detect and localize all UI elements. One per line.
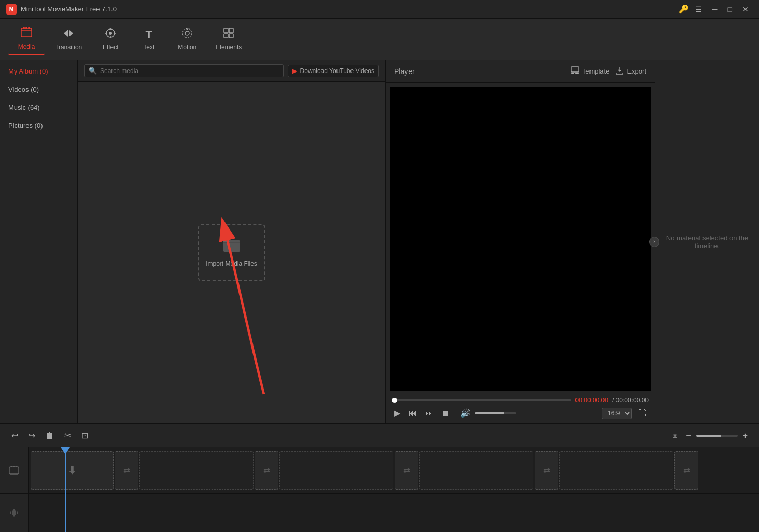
toolbar-text[interactable]: T Text	[131, 24, 167, 55]
sidebar-item-pictures[interactable]: Pictures (0)	[0, 117, 77, 135]
timeline-tracks-label	[0, 447, 29, 532]
video-clip-0[interactable]: ⬇	[31, 451, 114, 490]
transition-clip-4[interactable]: ⇄	[535, 451, 558, 490]
transition-icon-tl3: ⇄	[403, 465, 410, 475]
close-button[interactable]: ✕	[738, 3, 753, 16]
download-youtube-label: Download YouTube Videos	[300, 67, 374, 75]
crop-button[interactable]: ⊡	[78, 428, 91, 442]
svg-rect-13	[224, 28, 228, 33]
progress-bar-thumb	[392, 398, 397, 403]
timeline-toolbar: ↩ ↪ 🗑 ✂ ⊡ ⊞ − +	[0, 424, 759, 447]
elements-label: Elements	[216, 44, 242, 51]
transition-clip-3[interactable]: ⇄	[395, 451, 418, 490]
svg-rect-22	[575, 73, 579, 74]
media-toolbar: 🔍 ▶ Download YouTube Videos	[78, 60, 385, 82]
main-toolbar: Media Transition Effect T Text	[0, 19, 759, 60]
title-bar: M MiniTool MovieMaker Free 7.1.0 🔑 ☰ ─ □…	[0, 0, 759, 19]
volume-slider[interactable]	[475, 412, 516, 414]
zoom-in-button[interactable]: +	[740, 429, 751, 442]
transition-icon-tl: ⇄	[123, 465, 130, 475]
svg-rect-23	[9, 467, 19, 474]
zoom-slider[interactable]	[696, 435, 738, 437]
toolbar-elements[interactable]: Elements	[207, 23, 250, 55]
toolbar-transition[interactable]: Transition	[47, 23, 90, 55]
volume-button[interactable]: 🔊	[458, 407, 473, 419]
folder-icon	[223, 238, 241, 256]
text-label: Text	[143, 44, 154, 51]
title-bar-left: M MiniTool MovieMaker Free 7.1.0	[6, 4, 117, 15]
transition-icon	[63, 27, 74, 41]
transition-clip-5[interactable]: ⇄	[674, 451, 698, 490]
import-media-box[interactable]: Import Media Files	[198, 224, 265, 281]
empty-clip-1	[139, 451, 254, 490]
search-input-wrap[interactable]: 🔍	[84, 64, 284, 77]
player-actions: Template Export	[571, 66, 646, 76]
redo-button[interactable]: ↪	[25, 428, 38, 442]
skip-back-button[interactable]: ⏮	[406, 408, 419, 419]
menu-button[interactable]: ☰	[691, 3, 706, 16]
right-panel: › No material selected on the timeline.	[655, 60, 759, 423]
audio-track-label	[0, 494, 28, 532]
export-button[interactable]: Export	[615, 66, 646, 76]
transition-icon-tl2: ⇄	[263, 465, 270, 475]
toolbar-effect[interactable]: Effect	[92, 23, 129, 55]
empty-clip-2	[279, 451, 393, 490]
progress-bar[interactable]	[392, 399, 571, 401]
export-label: Export	[627, 67, 646, 75]
empty-clip-4	[559, 451, 673, 490]
delete-button[interactable]: 🗑	[43, 429, 57, 442]
svg-rect-15	[224, 34, 228, 38]
sidebar-item-music[interactable]: Music (64)	[0, 98, 77, 117]
svg-rect-26	[16, 466, 17, 467]
effect-icon	[105, 27, 116, 41]
download-youtube-button[interactable]: ▶ Download YouTube Videos	[288, 65, 379, 77]
motion-icon	[181, 27, 193, 41]
export-icon	[615, 66, 624, 76]
svg-rect-21	[571, 73, 574, 74]
search-input[interactable]	[100, 67, 279, 75]
sidebar-item-videos[interactable]: Videos (0)	[0, 80, 77, 98]
key-icon: 🔑	[679, 4, 689, 14]
svg-rect-20	[571, 67, 579, 72]
svg-rect-16	[229, 34, 233, 38]
skip-forward-button[interactable]: ⏭	[423, 408, 435, 419]
main-area: My Album (0) Videos (0) Music (64) Pictu…	[0, 60, 759, 423]
svg-rect-2	[25, 27, 27, 29]
app-title: MiniTool MovieMaker Free 7.1.0	[21, 5, 117, 13]
search-icon: 🔍	[89, 67, 97, 75]
sidebar: My Album (0) Videos (0) Music (64) Pictu…	[0, 60, 78, 423]
zoom-fit-button[interactable]: ⊞	[669, 430, 681, 441]
cut-button[interactable]: ✂	[61, 428, 74, 442]
svg-point-11	[185, 31, 189, 35]
svg-rect-25	[13, 466, 15, 467]
aspect-ratio-select[interactable]: 16:9 4:3 9:16 1:1	[602, 408, 632, 419]
svg-rect-18	[223, 240, 230, 242]
transition-clip-1[interactable]: ⇄	[115, 451, 138, 490]
collapse-button[interactable]: ›	[649, 237, 659, 247]
stop-button[interactable]: ⏹	[440, 408, 452, 419]
media-content: Import Media Files	[78, 82, 385, 423]
svg-point-6	[109, 32, 112, 35]
timeline-content: ⬇ ⇄ ⇄ ⇄	[29, 447, 759, 532]
template-label: Template	[582, 67, 610, 75]
motion-label: Motion	[178, 44, 196, 51]
toolbar-motion[interactable]: Motion	[169, 23, 205, 55]
template-button[interactable]: Template	[571, 66, 610, 76]
audio-track-area	[29, 494, 759, 525]
minimize-button[interactable]: ─	[708, 3, 722, 16]
maximize-button[interactable]: □	[724, 3, 736, 16]
svg-rect-3	[28, 27, 30, 29]
sidebar-item-my-album[interactable]: My Album (0)	[0, 62, 77, 80]
clip-import-icon: ⬇	[67, 464, 77, 477]
fullscreen-button[interactable]: ⛶	[636, 408, 649, 419]
undo-button[interactable]: ↩	[8, 428, 21, 442]
play-button[interactable]: ▶	[392, 407, 402, 419]
toolbar-media[interactable]: Media	[8, 23, 45, 55]
transition-clip-2[interactable]: ⇄	[255, 451, 278, 490]
svg-rect-14	[229, 28, 233, 33]
app-logo: M	[6, 4, 17, 15]
zoom-out-button[interactable]: −	[683, 429, 694, 442]
transition-icon-tl5: ⇄	[683, 465, 690, 475]
youtube-icon: ▶	[292, 67, 297, 75]
time-current: 00:00:00.00	[575, 397, 608, 404]
